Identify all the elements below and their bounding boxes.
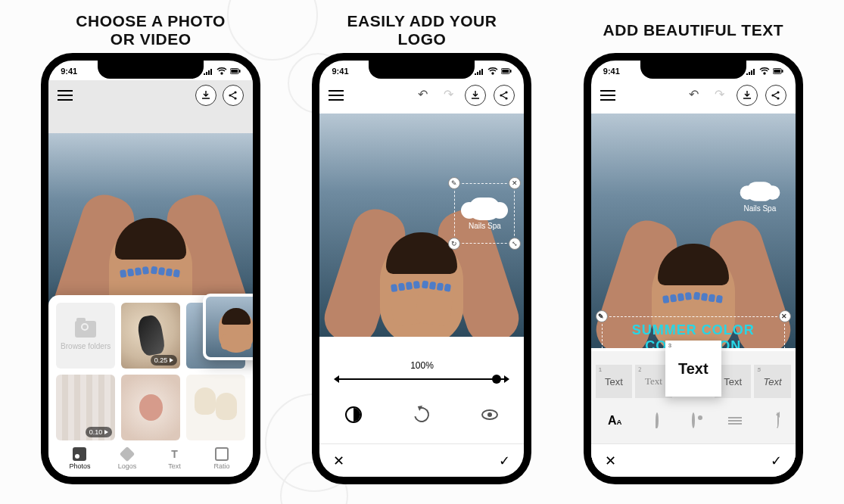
- photo-canvas[interactable]: ✎ ✕ ↻ ⤡ Nails Spa: [319, 114, 524, 337]
- confirm-button[interactable]: ✓: [771, 453, 782, 469]
- tool-rotate[interactable]: [409, 402, 434, 428]
- redo-button[interactable]: ↷: [439, 85, 457, 103]
- phone-mockup-1: 9:41: [41, 53, 260, 484]
- hamburger-menu-icon[interactable]: [600, 90, 615, 101]
- undo-button[interactable]: ↶: [413, 85, 431, 103]
- tab-logos-label: Logos: [118, 462, 137, 470]
- media-tile-photo-3[interactable]: [186, 375, 245, 440]
- app-topbar: ↶ ↷: [591, 80, 796, 110]
- tab-text[interactable]: T Text: [151, 440, 198, 477]
- battery-icon: [773, 67, 783, 75]
- logo-label: Nails Spa: [469, 222, 501, 230]
- download-button[interactable]: [465, 85, 486, 106]
- media-tile-photo-2[interactable]: [121, 375, 180, 440]
- phone-notch: [640, 59, 746, 79]
- wifi-icon: [216, 67, 227, 75]
- status-time: 9:41: [603, 67, 620, 76]
- opacity-slider[interactable]: [336, 378, 507, 380]
- slider-knob[interactable]: [492, 375, 501, 384]
- tool-visibility[interactable]: [692, 414, 695, 428]
- browse-folders-label: Browse folders: [61, 342, 111, 350]
- tool-color[interactable]: [656, 414, 659, 428]
- eye-icon: [481, 409, 498, 420]
- rotate-icon: [412, 404, 432, 425]
- opacity-icon: [345, 406, 362, 423]
- hamburger-menu-icon[interactable]: [58, 90, 73, 101]
- headline-text: ADD BEAUTIFUL TEXT: [603, 8, 783, 53]
- text-icon: T: [167, 447, 181, 461]
- phone-mockup-2: 9:41 ↶ ↷: [312, 53, 531, 484]
- tab-text-label: Text: [168, 462, 181, 470]
- tool-rotate[interactable]: [776, 414, 779, 428]
- wifi-icon: [487, 67, 498, 75]
- media-tile-video-2[interactable]: 0.10: [56, 375, 115, 440]
- scale-handle-icon[interactable]: ⤡: [509, 238, 521, 250]
- confirm-bar: ✕ ✓: [591, 443, 796, 477]
- font-option-selected[interactable]: 3Text: [665, 341, 721, 397]
- browse-folders-tile[interactable]: Browse folders: [56, 303, 115, 369]
- download-button[interactable]: [737, 85, 758, 106]
- font-style-strip: 1Text 2Text 4Text 5Text 3Text: [591, 351, 796, 398]
- phone-notch: [98, 59, 204, 79]
- share-icon: [499, 90, 509, 101]
- logo-label: Nails Spa: [743, 204, 776, 213]
- selected-preview-thumbnail[interactable]: [203, 294, 260, 360]
- logo-overlay[interactable]: Nails Spa: [735, 180, 785, 213]
- status-indicators: [474, 67, 512, 75]
- column-add-logo: EASILY ADD YOUR LOGO 9:41 ↶ ↷: [312, 8, 531, 484]
- svg-rect-13: [774, 70, 780, 73]
- status-indicators: [746, 67, 783, 75]
- logo-graphic: [469, 198, 500, 220]
- folder-search-icon: [75, 321, 96, 338]
- tool-visibility[interactable]: [477, 402, 503, 428]
- edit-tool-row: [319, 386, 524, 443]
- redo-button[interactable]: ↷: [711, 85, 729, 103]
- text-tool-row: AA: [591, 398, 796, 443]
- share-icon: [771, 90, 781, 101]
- delete-handle-icon[interactable]: ✕: [509, 177, 521, 189]
- share-icon: [228, 90, 238, 101]
- font-option-5[interactable]: 5Text: [754, 365, 790, 398]
- font-option-1[interactable]: 1Text: [596, 365, 632, 398]
- share-button[interactable]: [494, 85, 515, 106]
- tab-photos-label: Photos: [69, 462, 90, 470]
- opacity-value-label: 100%: [336, 360, 507, 371]
- status-indicators: [203, 67, 241, 75]
- tool-font[interactable]: AA: [608, 414, 622, 428]
- share-button[interactable]: [765, 85, 786, 106]
- tool-line-spacing[interactable]: [728, 417, 742, 425]
- phone-notch: [369, 59, 475, 79]
- photo-canvas[interactable]: [48, 110, 253, 322]
- svg-rect-1: [231, 70, 238, 73]
- tab-photos[interactable]: Photos: [56, 440, 104, 477]
- text-editor-panel: 1Text 2Text 4Text 5Text 3Text AA ✕ ✓: [591, 351, 796, 477]
- signal-icon: [203, 67, 213, 75]
- app-topbar: ↶ ↷: [319, 80, 524, 110]
- tool-opacity[interactable]: [341, 402, 366, 428]
- cancel-button[interactable]: ✕: [605, 453, 616, 469]
- ratio-icon: [215, 447, 229, 461]
- edit-handle-icon[interactable]: ✎: [448, 177, 460, 189]
- share-button[interactable]: [223, 85, 244, 106]
- undo-button[interactable]: ↶: [685, 85, 703, 103]
- status-time: 9:41: [332, 67, 348, 76]
- headline-logo: EASILY ADD YOUR LOGO: [347, 8, 497, 53]
- photo-canvas[interactable]: Nails Spa ✎ ✕ ↻ ⤡ SUMMER COLOR COLLECTIO…: [591, 114, 796, 348]
- media-tile-video-1[interactable]: 0.25: [121, 303, 180, 369]
- delete-handle-icon[interactable]: ✕: [779, 310, 791, 322]
- photos-icon: [73, 447, 86, 461]
- tab-ratio[interactable]: Ratio: [198, 440, 246, 477]
- eye-icon: [692, 412, 695, 428]
- battery-icon: [230, 67, 241, 75]
- confirm-button[interactable]: ✓: [499, 453, 510, 469]
- download-icon: [201, 90, 211, 101]
- logo-overlay-selection[interactable]: ✎ ✕ ↻ ⤡ Nails Spa: [454, 183, 515, 244]
- download-button[interactable]: [195, 85, 216, 106]
- wifi-icon: [759, 67, 770, 75]
- cancel-button[interactable]: ✕: [333, 453, 344, 469]
- edit-handle-icon[interactable]: ✎: [596, 310, 608, 322]
- hamburger-menu-icon[interactable]: [329, 90, 344, 101]
- tab-logos[interactable]: Logos: [104, 440, 151, 477]
- logo-graphic: [746, 182, 774, 201]
- battery-icon: [501, 67, 512, 75]
